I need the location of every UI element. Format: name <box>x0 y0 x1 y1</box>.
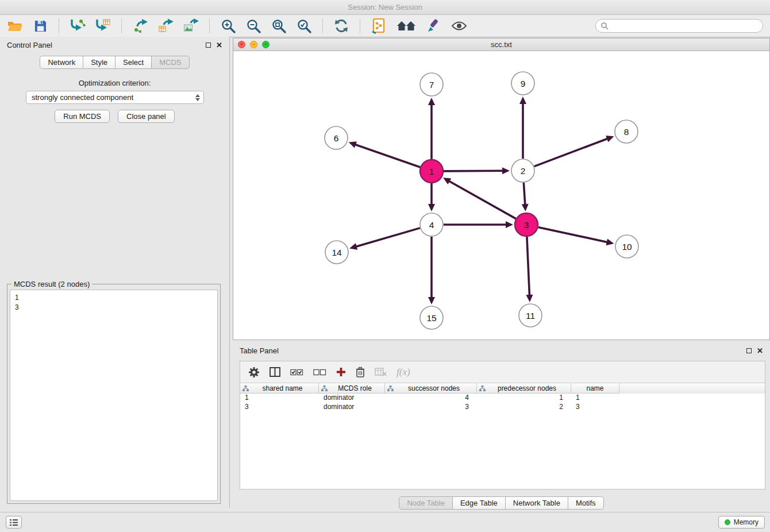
graph-edge-3-1[interactable] <box>449 181 516 219</box>
table-row[interactable]: 3 dominator 3 2 3 <box>240 403 765 412</box>
column-type-icon <box>321 385 328 391</box>
column-header-predecessor-nodes[interactable]: predecessor nodes <box>477 383 571 394</box>
minimize-window-icon[interactable]: − <box>250 41 257 48</box>
delete-table-button[interactable] <box>375 368 387 376</box>
network-from-selection-button[interactable] <box>369 17 388 35</box>
run-mcds-button[interactable]: Run MCDS <box>55 110 110 123</box>
graph-node-label: 4 <box>429 220 434 230</box>
graph-node-label: 2 <box>521 166 526 176</box>
float-panel-icon[interactable] <box>746 348 752 353</box>
graph-edge-2-8[interactable] <box>534 138 609 167</box>
table-panel: Table Panel ✕ <box>233 342 770 508</box>
tab-edge-table[interactable]: Edge Table <box>453 496 506 510</box>
cell-successor-nodes[interactable]: 4 <box>385 394 477 403</box>
graph-edge-1-6[interactable] <box>355 144 420 167</box>
columns-icon <box>270 367 280 377</box>
graph-node-label: 3 <box>524 220 529 230</box>
apply-layout-button[interactable] <box>332 17 351 35</box>
export-image-icon <box>183 18 199 33</box>
zoom-window-icon[interactable]: + <box>262 41 270 48</box>
show-details-button[interactable] <box>450 17 468 35</box>
show-columns-button[interactable] <box>270 367 280 377</box>
style-pen-icon <box>426 18 441 33</box>
memory-button[interactable]: Memory <box>718 516 765 529</box>
select-all-columns-button[interactable] <box>290 369 303 376</box>
save-session-button[interactable] <box>31 17 49 35</box>
close-panel-icon[interactable]: ✕ <box>757 347 763 354</box>
search-input[interactable] <box>612 22 758 30</box>
table-row[interactable]: 1 dominator 4 1 1 <box>240 394 765 403</box>
tab-node-table[interactable]: Node Table <box>399 496 453 510</box>
graph-edge-3-11[interactable] <box>527 237 530 296</box>
close-panel-icon[interactable]: ✕ <box>216 41 222 49</box>
trash-icon <box>356 367 365 378</box>
floppy-disk-icon <box>34 20 47 33</box>
global-search-field[interactable] <box>595 19 763 33</box>
graph-node-label: 10 <box>622 242 632 252</box>
graph-node-label: 1 <box>429 167 434 176</box>
graph-node-label: 6 <box>334 133 339 143</box>
tab-network-table[interactable]: Network Table <box>506 496 568 510</box>
optimization-criterion-dropdown[interactable]: strongly connected component <box>26 91 204 104</box>
zoom-in-button[interactable] <box>219 17 237 35</box>
tab-select[interactable]: Select <box>116 56 152 69</box>
network-window-title: scc.txt <box>491 40 512 49</box>
cell-predecessor-nodes[interactable]: 1 <box>477 394 571 403</box>
network-graph: 7968124314101511 <box>233 51 769 340</box>
column-header-shared-name[interactable]: shared name <box>240 383 319 394</box>
list-icon <box>10 519 18 526</box>
toolbar-separator <box>360 18 360 33</box>
table-settings-button[interactable] <box>248 367 260 378</box>
unselect-all-columns-button[interactable] <box>313 369 326 376</box>
zoom-out-button[interactable] <box>244 17 263 35</box>
dropdown-selected-value: strongly connected component <box>32 93 195 102</box>
graph-edge-4-14[interactable] <box>356 228 420 247</box>
cell-name[interactable]: 1 <box>571 394 619 403</box>
import-network-button[interactable] <box>68 17 87 35</box>
graph-node-label: 11 <box>526 311 535 321</box>
create-column-button[interactable] <box>336 367 346 377</box>
graph-edge-1-2[interactable] <box>444 171 503 171</box>
cell-name[interactable]: 3 <box>571 403 619 412</box>
function-builder-button[interactable]: f(x) <box>396 367 410 378</box>
column-type-icon <box>242 385 249 391</box>
tab-network[interactable]: Network <box>40 56 83 69</box>
export-table-button[interactable] <box>156 17 175 35</box>
zoom-fit-button[interactable] <box>270 17 288 35</box>
mcds-result-list[interactable]: 1 3 <box>10 290 218 501</box>
network-canvas[interactable]: 7968124314101511 <box>233 51 769 340</box>
cell-predecessor-nodes[interactable]: 2 <box>477 403 571 412</box>
cell-shared-name[interactable]: 3 <box>240 403 319 412</box>
network-view-window: × − + scc.txt 7968124314101511 <box>233 38 770 340</box>
zoom-out-icon <box>246 18 261 34</box>
zoom-selected-button[interactable] <box>295 17 313 35</box>
refresh-layout-icon <box>334 18 349 33</box>
tab-style[interactable]: Style <box>83 56 116 69</box>
column-header-successor-nodes[interactable]: successor nodes <box>385 383 477 394</box>
column-type-icon <box>479 385 486 391</box>
task-history-button[interactable] <box>6 516 22 529</box>
float-panel-icon[interactable] <box>206 43 211 48</box>
export-image-button[interactable] <box>182 17 200 35</box>
graph-edge-3-10[interactable] <box>538 227 608 242</box>
delete-columns-button[interactable] <box>356 367 365 378</box>
graph-edge-2-3[interactable] <box>523 183 525 205</box>
open-session-button[interactable] <box>6 17 24 35</box>
control-panel: Control Panel ✕ Network Style Select MCD… <box>0 37 230 508</box>
style-brush-button[interactable] <box>425 17 443 35</box>
cell-mcds-role[interactable]: dominator <box>319 403 385 412</box>
close-window-icon[interactable]: × <box>238 41 245 48</box>
column-header-mcds-role[interactable]: MCDS role <box>319 383 385 394</box>
tab-motifs[interactable]: Motifs <box>568 496 604 510</box>
zoom-in-icon <box>221 18 236 34</box>
cell-mcds-role[interactable]: dominator <box>319 394 385 403</box>
cell-shared-name[interactable]: 1 <box>240 394 319 403</box>
application-window: Session: New Session <box>0 0 770 532</box>
import-table-button[interactable] <box>94 17 112 35</box>
column-header-name[interactable]: name <box>571 383 619 394</box>
cell-successor-nodes[interactable]: 3 <box>385 403 477 412</box>
tab-mcds[interactable]: MCDS <box>152 56 189 69</box>
close-panel-button[interactable]: Close panel <box>118 110 175 123</box>
first-neighbors-button[interactable] <box>395 17 418 35</box>
export-network-button[interactable] <box>131 17 149 35</box>
